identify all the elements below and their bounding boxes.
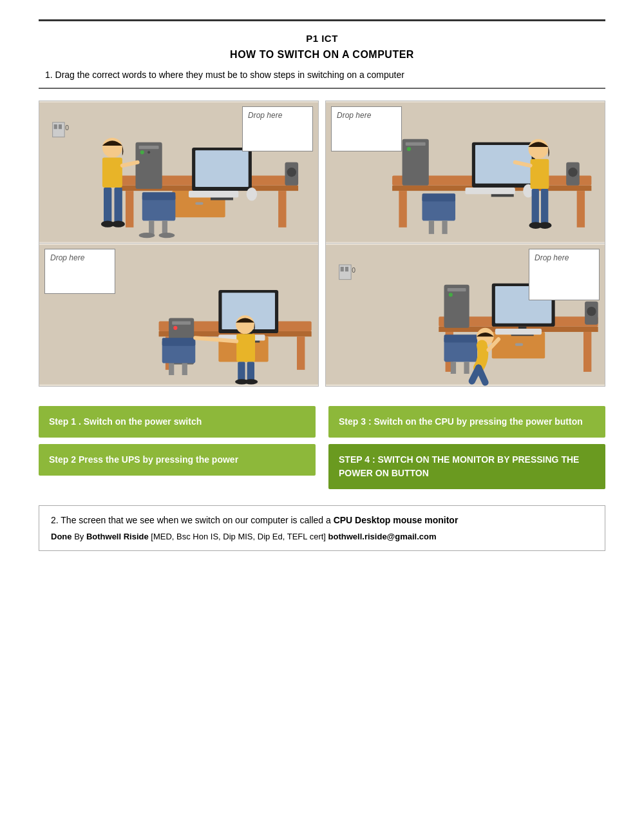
svg-rect-91 xyxy=(531,159,549,188)
page: P1 ICT HOW TO SWITCH ON A COMPUTER 1. Dr… xyxy=(0,0,644,832)
divider xyxy=(39,88,605,89)
svg-rect-107 xyxy=(515,343,523,346)
drop-box-top-right[interactable]: Drop here xyxy=(331,106,402,151)
bottom-done-label: Done xyxy=(51,532,72,541)
svg-rect-118 xyxy=(451,362,456,374)
svg-rect-105 xyxy=(583,332,591,372)
svg-point-90 xyxy=(528,139,548,159)
bottom-author-name: Bothwell Riside xyxy=(86,532,151,541)
drop-box-bottom-left[interactable]: Drop here xyxy=(44,249,115,294)
steps-col-left: Step 1 . Switch on the power switch Step… xyxy=(39,406,316,489)
svg-rect-15 xyxy=(135,142,162,188)
svg-rect-99 xyxy=(341,267,344,271)
svg-point-35 xyxy=(287,168,296,177)
svg-rect-52 xyxy=(172,322,191,325)
svg-rect-57 xyxy=(169,363,174,376)
svg-rect-16 xyxy=(139,146,159,149)
bottom-credentials: [MED, Bsc Hon IS, Dip MIS, Dip Ed, TEFL … xyxy=(151,532,326,541)
svg-rect-73 xyxy=(399,191,406,227)
bottom-line1: 2. The screen that we see when we switch… xyxy=(51,515,593,525)
svg-rect-44 xyxy=(297,336,305,370)
step1-box: Step 1 . Switch on the power switch xyxy=(39,406,316,438)
svg-rect-113 xyxy=(448,288,466,291)
svg-rect-19 xyxy=(189,191,238,197)
right-image-panel: Drop here 0 xyxy=(325,101,605,387)
scene-bottom-left: Drop here 0 xyxy=(39,244,318,386)
svg-point-85 xyxy=(568,168,577,177)
bottom-email: bothwell.riside@gmail.com xyxy=(328,532,437,541)
svg-point-25 xyxy=(139,233,155,238)
svg-point-65 xyxy=(245,379,258,384)
steps-section: Step 1 . Switch on the power switch Step… xyxy=(39,406,605,489)
svg-point-125 xyxy=(587,307,596,316)
svg-point-27 xyxy=(102,137,122,157)
svg-rect-8 xyxy=(278,191,286,227)
svg-rect-23 xyxy=(149,220,154,234)
bottom-line2: Done By Bothwell Riside [MED, Bsc Hon IS… xyxy=(51,532,593,541)
bottom-section: 2. The screen that we see when we switch… xyxy=(39,505,605,551)
step4-box: STEP 4 : SWITCH ON THE MONITOR BY PRESSI… xyxy=(328,444,605,489)
top-border xyxy=(39,19,605,21)
svg-rect-87 xyxy=(422,193,455,201)
svg-rect-56 xyxy=(162,338,196,345)
svg-rect-119 xyxy=(464,362,469,374)
scene-bottom-right: Drop here 0 xyxy=(326,244,605,386)
svg-point-17 xyxy=(140,150,144,154)
svg-rect-60 xyxy=(236,334,255,362)
svg-rect-12 xyxy=(195,150,248,187)
step1-text: Step 1 . Switch on the power switch xyxy=(49,415,305,429)
svg-point-81 xyxy=(407,147,411,151)
step3-text: Step 3 : Switch on the CPU by pressing t… xyxy=(339,415,595,429)
svg-rect-93 xyxy=(532,189,539,226)
svg-rect-31 xyxy=(114,187,122,224)
svg-rect-22 xyxy=(142,192,176,200)
steps-col-right: Step 3 : Switch on the CPU by pressing t… xyxy=(328,406,605,489)
bottom-line1-answer: CPU Desktop mouse monitor xyxy=(334,515,459,525)
svg-rect-10 xyxy=(195,202,203,204)
instruction: 1. Drag the correct words to where they … xyxy=(39,70,605,80)
svg-rect-89 xyxy=(442,220,447,234)
left-image-panel: Drop here 0 xyxy=(39,101,319,387)
svg-rect-30 xyxy=(104,187,111,224)
header-title: P1 ICT xyxy=(39,33,605,44)
svg-rect-63 xyxy=(247,362,254,382)
svg-point-20 xyxy=(247,187,257,200)
svg-rect-2 xyxy=(54,124,57,129)
scene-top-right: Drop here 0 xyxy=(326,101,605,244)
svg-point-53 xyxy=(173,326,177,330)
drop-box-bottom-right[interactable]: Drop here xyxy=(529,249,600,300)
step3-box: Step 3 : Switch on the CPU by pressing t… xyxy=(328,406,605,438)
svg-text:0: 0 xyxy=(65,124,69,131)
svg-rect-80 xyxy=(406,142,426,145)
svg-rect-88 xyxy=(429,220,434,234)
svg-rect-100 xyxy=(345,267,348,271)
svg-text:0: 0 xyxy=(352,267,355,274)
svg-rect-28 xyxy=(102,157,122,187)
main-title: HOW TO SWITCH ON A COMPUTER xyxy=(39,49,605,61)
svg-rect-82 xyxy=(466,187,515,193)
svg-rect-117 xyxy=(444,334,478,342)
svg-rect-115 xyxy=(495,329,542,334)
svg-rect-74 xyxy=(577,191,585,227)
svg-rect-24 xyxy=(162,220,167,234)
svg-rect-94 xyxy=(541,189,548,226)
step2-box: Step 2 Press the UPS by pressing the pow… xyxy=(39,444,316,476)
images-section: Drop here 0 xyxy=(39,101,605,387)
svg-rect-7 xyxy=(126,191,133,227)
svg-point-114 xyxy=(449,293,453,296)
svg-rect-3 xyxy=(59,124,62,129)
svg-point-26 xyxy=(159,233,175,238)
bottom-line1-prefix: 2. The screen that we see when we switch… xyxy=(51,515,334,525)
scene-top-left: Drop here 0 xyxy=(39,101,318,244)
drop-box-top-left[interactable]: Drop here xyxy=(242,106,313,151)
step2-text: Step 2 Press the UPS by pressing the pow… xyxy=(49,453,305,467)
svg-rect-62 xyxy=(238,362,245,382)
bottom-by-text: By xyxy=(74,532,86,541)
svg-point-96 xyxy=(538,222,552,228)
svg-point-33 xyxy=(111,220,125,227)
svg-rect-79 xyxy=(402,139,429,185)
step4-text: STEP 4 : SWITCH ON THE MONITOR BY PRESSI… xyxy=(339,453,595,480)
svg-point-18 xyxy=(147,151,150,153)
svg-rect-58 xyxy=(182,363,187,376)
